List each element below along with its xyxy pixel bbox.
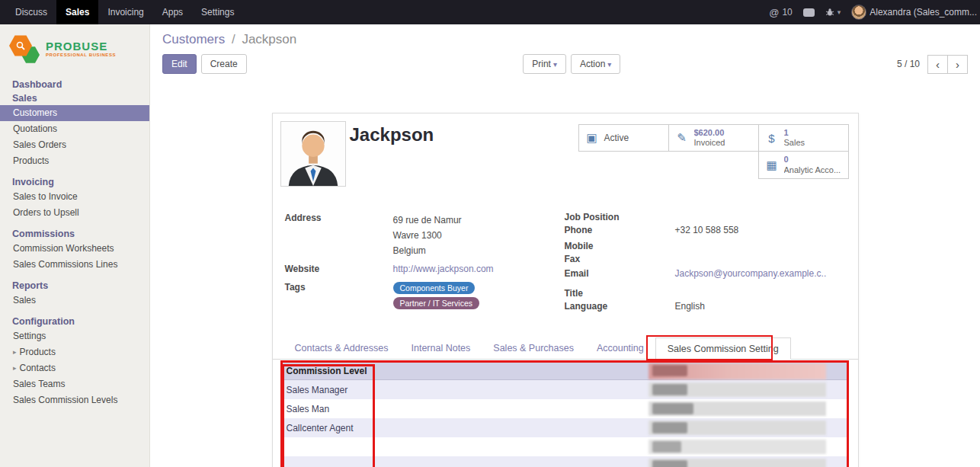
website-label: Website bbox=[285, 264, 393, 274]
table-row-sales-man[interactable]: Sales Man bbox=[283, 399, 847, 418]
mobile-field: Mobile bbox=[565, 241, 848, 254]
customer-photo[interactable] bbox=[280, 121, 346, 187]
email-field: Email Jackpson@yourcompany.example.c.. bbox=[565, 268, 848, 281]
website-link[interactable]: http://www.jackpson.com bbox=[393, 264, 494, 274]
commission-level-column-header[interactable]: Commission Level bbox=[287, 366, 367, 376]
sidebar-item-sales-commission-levels[interactable]: Sales Commission Levels bbox=[0, 392, 149, 408]
email-link[interactable]: Jackpson@yourcompany.example.c.. bbox=[675, 268, 848, 279]
sidebar-section-configuration[interactable]: Configuration bbox=[0, 315, 149, 328]
phone-value[interactable]: +32 10 588 558 bbox=[675, 225, 848, 235]
pager-next-button[interactable]: › bbox=[947, 55, 968, 74]
tab-accounting[interactable]: Accounting bbox=[585, 337, 655, 359]
stat-button-active[interactable]: ▣ Active bbox=[578, 124, 669, 152]
sidebar-item-reports-sales[interactable]: Sales bbox=[0, 293, 149, 309]
sidebar-item-label: Products bbox=[20, 347, 56, 358]
title-field: Title bbox=[565, 288, 848, 301]
control-panel-buttons: Edit Create Print▾ Action▾ 5 / 10 ‹ › bbox=[162, 54, 968, 74]
sidebar-item-sales-to-invoice[interactable]: Sales to Invoice bbox=[0, 189, 149, 205]
debug-menu-button[interactable]: ▾ bbox=[825, 8, 841, 17]
user-menu[interactable]: Alexandra (Sales_comm... bbox=[851, 5, 977, 20]
sidebar-item-sales-orders[interactable]: Sales Orders bbox=[0, 137, 149, 153]
tab-sales-commission-setting[interactable]: Sales Commission Setting bbox=[655, 337, 791, 360]
print-label: Print bbox=[532, 59, 551, 69]
sidebar-item-config-products[interactable]: ▸ Products bbox=[0, 344, 149, 360]
app-logo[interactable]: PROBUSE PROFESSIONAL BUSINESS bbox=[0, 24, 149, 76]
menu-settings[interactable]: Settings bbox=[192, 0, 243, 24]
menu-invoicing[interactable]: Invoicing bbox=[98, 0, 152, 24]
job-position-label: Job Position bbox=[565, 212, 675, 222]
sidebar-item-config-contacts[interactable]: ▸ Contacts bbox=[0, 360, 149, 376]
email-label: Email bbox=[565, 268, 675, 279]
sidebar-item-quotations[interactable]: Quotations bbox=[0, 121, 149, 137]
logo-text: PROBUSE PROFESSIONAL BUSINESS bbox=[46, 40, 116, 58]
table-row-callcenter-agent[interactable]: Callcenter Agent bbox=[283, 418, 847, 437]
edit-create-group: Edit Create bbox=[162, 54, 247, 74]
stat-button-invoiced[interactable]: ✎ $620.00 Invoiced bbox=[668, 124, 759, 152]
breadcrumb-customers-link[interactable]: Customers bbox=[162, 32, 225, 46]
sidebar-item-sales-teams[interactable]: Sales Teams bbox=[0, 376, 149, 392]
sidebar-item-sales-commissions-lines[interactable]: Sales Commissions Lines bbox=[0, 257, 149, 273]
sidebar-section-commissions[interactable]: Commissions bbox=[0, 227, 149, 241]
notebook-tabs: Contacts & Addresses Internal Notes Sale… bbox=[273, 337, 858, 360]
sidebar: PROBUSE PROFESSIONAL BUSINESS Dashboard … bbox=[0, 24, 150, 467]
tab-sales-purchases[interactable]: Sales & Purchases bbox=[482, 337, 585, 359]
action-dropdown[interactable]: Action▾ bbox=[571, 54, 620, 74]
pager-value: 5 / 10 bbox=[897, 59, 920, 69]
menu-sales[interactable]: Sales bbox=[56, 0, 98, 24]
table-header-row: Commission Level bbox=[283, 363, 847, 380]
sidebar-item-commission-worksheets[interactable]: Commission Worksheets bbox=[0, 241, 149, 257]
sidebar-section-invoicing[interactable]: Invoicing bbox=[0, 175, 149, 189]
chart-icon: ▦ bbox=[765, 158, 779, 172]
pencil-icon: ✎ bbox=[675, 131, 689, 145]
language-value[interactable]: English bbox=[675, 301, 848, 312]
stat-button-sales[interactable]: $ 1 Sales bbox=[758, 124, 849, 152]
user-name: Alexandra (Sales_comm... bbox=[870, 7, 977, 18]
left-field-column: Address 69 rue de Namur Wavre 1300 Belgi… bbox=[285, 213, 544, 309]
address-line-1: 69 rue de Namur bbox=[393, 213, 462, 228]
right-field-column: Job Position Phone +32 10 588 558 Mobile… bbox=[565, 212, 848, 314]
top-navbar: Discuss Sales Invoicing Apps Settings @ … bbox=[0, 0, 980, 24]
main-content: Customers / Jackpson Edit Create Print▾ … bbox=[150, 24, 980, 467]
tag-partner-it-services[interactable]: Partner / IT Services bbox=[393, 297, 480, 309]
sidebar-item-label: Contacts bbox=[20, 363, 56, 374]
menu-apps[interactable]: Apps bbox=[153, 0, 192, 24]
chat-bubble-icon bbox=[803, 8, 815, 17]
tab-internal-notes[interactable]: Internal Notes bbox=[399, 337, 482, 359]
address-label: Address bbox=[285, 213, 393, 258]
expand-arrow-icon: ▸ bbox=[13, 347, 17, 358]
sidebar-item-settings[interactable]: Settings bbox=[0, 328, 149, 344]
address-line-2: Wavre 1300 bbox=[393, 228, 462, 243]
sidebar-item-orders-to-upsell[interactable]: Orders to Upsell bbox=[0, 205, 149, 221]
address-value[interactable]: 69 rue de Namur Wavre 1300 Belgium bbox=[393, 213, 462, 258]
logo-icon bbox=[9, 34, 41, 64]
fax-field: Fax bbox=[565, 254, 848, 267]
tags-label: Tags bbox=[285, 282, 393, 309]
sales-label: Sales bbox=[784, 138, 805, 148]
print-action-group: Print▾ Action▾ bbox=[247, 54, 897, 74]
menu-discuss[interactable]: Discuss bbox=[6, 0, 56, 24]
fax-label: Fax bbox=[565, 254, 675, 264]
table-row-sales-manager[interactable]: Sales Manager bbox=[283, 380, 847, 399]
job-position-field: Job Position bbox=[565, 212, 848, 225]
messages-button[interactable] bbox=[803, 8, 815, 17]
sidebar-section-sales[interactable]: Sales bbox=[0, 91, 149, 105]
print-dropdown[interactable]: Print▾ bbox=[523, 54, 566, 74]
dollar-icon: $ bbox=[765, 132, 779, 145]
tab-contacts-addresses[interactable]: Contacts & Addresses bbox=[283, 337, 400, 359]
sidebar-section-reports[interactable]: Reports bbox=[0, 279, 149, 293]
edit-button[interactable]: Edit bbox=[162, 54, 197, 74]
sidebar-item-customers[interactable]: Customers bbox=[0, 105, 149, 121]
invoiced-label: Invoiced bbox=[694, 138, 725, 148]
logo-subtitle: PROFESSIONAL BUSINESS bbox=[46, 53, 116, 57]
create-button[interactable]: Create bbox=[201, 54, 247, 74]
sidebar-item-products[interactable]: Products bbox=[0, 153, 149, 169]
mentions-button[interactable]: @ 10 bbox=[769, 7, 793, 18]
sidebar-section-dashboard[interactable]: Dashboard bbox=[0, 78, 149, 91]
pager-previous-button[interactable]: ‹ bbox=[927, 55, 948, 74]
stat-button-analytic-accounts[interactable]: ▦ 0 Analytic Acco... bbox=[758, 151, 849, 179]
commission-level-cell: Sales Manager bbox=[287, 385, 348, 395]
tag-components-buyer[interactable]: Components Buyer bbox=[393, 282, 476, 294]
pager: 5 / 10 ‹ › bbox=[897, 55, 968, 74]
language-label: Language bbox=[565, 301, 675, 312]
expand-arrow-icon: ▸ bbox=[13, 363, 17, 374]
